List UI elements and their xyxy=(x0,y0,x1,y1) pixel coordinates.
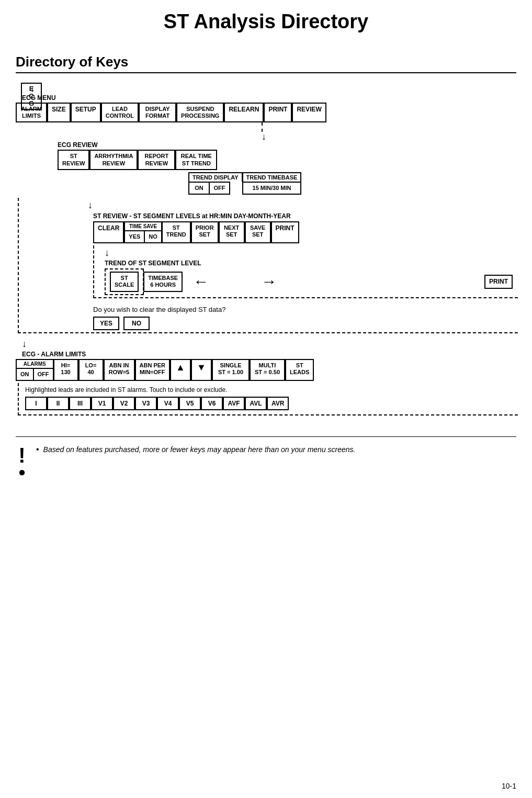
arrow-ecg-alarm: ↓ xyxy=(22,339,27,350)
highlighted-leads-text: Highlighted leads are included in ST ala… xyxy=(25,386,518,394)
key-up-arrow[interactable]: ▲ xyxy=(170,359,191,381)
key-relearn[interactable]: RELEARN xyxy=(224,103,264,122)
note-section: ! ● • Based on features purchased, more … xyxy=(16,436,516,478)
trend-timebase-label: TREND TIMEBASE xyxy=(242,172,302,182)
key-report-review[interactable]: REPORTREVIEW xyxy=(138,150,175,170)
key-review[interactable]: REVIEW xyxy=(292,103,326,122)
key-lead-AVF[interactable]: AVF xyxy=(223,397,245,410)
key-lead-V5[interactable]: V5 xyxy=(179,397,201,410)
key-lead-V4[interactable]: V4 xyxy=(157,397,179,410)
key-suspend-processing[interactable]: SUSPENDPROCESSING xyxy=(176,103,224,122)
key-setup[interactable]: SETUP xyxy=(71,103,101,122)
trend-timebase-value: 15 MIN/30 MIN xyxy=(242,182,302,195)
key-lead-V6[interactable]: V6 xyxy=(201,397,223,410)
directory-diagram: E C G ↓ ECG MENU ALARMLIMITS SIZE SETUP … xyxy=(16,83,518,415)
key-lead-V3[interactable]: V3 xyxy=(135,397,157,410)
key-clear-no[interactable]: NO xyxy=(123,317,150,330)
key-clear-yes[interactable]: YES xyxy=(93,317,119,330)
key-alarms-off[interactable]: OFF xyxy=(33,368,54,381)
key-clear[interactable]: CLEAR xyxy=(93,221,124,243)
key-lead-AVR[interactable]: AVR xyxy=(267,397,289,410)
arrow-ecg-review: ↓ xyxy=(262,132,266,141)
key-down-arrow[interactable]: ▼ xyxy=(191,359,212,381)
key-lead-I[interactable]: I xyxy=(25,397,47,410)
ecg-box: E C G xyxy=(21,83,42,110)
leads-row: I II III V1 V2 V3 V4 V5 V6 AVF AVL AVR xyxy=(25,397,518,410)
page-number: 10-1 xyxy=(502,782,516,790)
key-lead-III[interactable]: III xyxy=(69,397,91,410)
ecg-alarm-label: ECG - ALARM LIMITS xyxy=(22,351,86,358)
note-text: Based on features purchased, more or few… xyxy=(43,445,356,454)
clear-dialog-question: Do you wish to clear the displayed ST da… xyxy=(93,306,518,313)
trend-st-label: TREND OF ST SEGMENT LEVEL xyxy=(105,260,201,267)
key-time-save-yes[interactable]: YES xyxy=(124,230,144,243)
key-trend-on[interactable]: ON xyxy=(188,182,209,195)
key-size[interactable]: SIZE xyxy=(47,103,71,122)
key-print-ecg[interactable]: PRINT xyxy=(264,103,292,122)
ecg-review-label: ECG REVIEW xyxy=(58,141,98,149)
key-st-scale[interactable]: STSCALE xyxy=(110,272,139,291)
note-dot: ● xyxy=(18,466,26,478)
key-alarms-on[interactable]: ON xyxy=(16,368,33,381)
key-hi[interactable]: HI= 130 xyxy=(53,359,78,381)
key-abn-per-min[interactable]: ABN PER MIN=OFF xyxy=(135,359,171,381)
key-st-leads[interactable]: ST LEADS xyxy=(285,359,314,381)
key-lo[interactable]: LO= 40 xyxy=(78,359,104,381)
key-display-format[interactable]: DISPLAYFORMAT xyxy=(139,103,176,122)
page-title: ST Analysis Directory xyxy=(16,10,516,38)
key-multi-st[interactable]: MULTI ST = 0.50 xyxy=(250,359,285,381)
key-single-st[interactable]: SINGLE ST = 1.00 xyxy=(212,359,250,381)
key-print-st-review[interactable]: PRINT xyxy=(271,221,299,243)
section-title: Directory of Keys xyxy=(16,54,516,73)
key-st-trend[interactable]: STTREND xyxy=(162,221,191,243)
key-abn-in-row[interactable]: ABN IN ROW=5 xyxy=(104,359,135,381)
key-lead-V1[interactable]: V1 xyxy=(91,397,113,410)
key-lead-V2[interactable]: V2 xyxy=(113,397,135,410)
arrow-left-icon: ← xyxy=(193,273,209,290)
key-time-save-no[interactable]: NO xyxy=(144,230,162,243)
key-trend-off[interactable]: OFF xyxy=(209,182,230,195)
bullet-dot: • xyxy=(36,445,39,454)
key-save-set[interactable]: SAVESET xyxy=(245,221,271,243)
arrow-st-review: ↓ xyxy=(88,200,93,211)
key-st-review[interactable]: STREVIEW xyxy=(58,150,89,170)
key-print-trend[interactable]: PRINT xyxy=(484,275,513,288)
key-timebase-6hours[interactable]: TIMEBASE6 HOURS xyxy=(143,272,183,291)
key-arrhythmia-review[interactable]: ARRHYTHMIAREVIEW xyxy=(89,150,138,170)
st-review-label: ST REVIEW - ST SEGMENT LEVELS at HR:MIN … xyxy=(93,212,291,220)
note-icon: ! xyxy=(18,445,25,466)
trend-display-label: TREND DISPLAY xyxy=(188,172,243,182)
key-prior-set[interactable]: PRIORSET xyxy=(191,221,219,243)
key-real-time-st-trend[interactable]: REAL TIMEST TREND xyxy=(175,150,217,170)
key-lead-II[interactable]: II xyxy=(47,397,69,410)
key-lead-control[interactable]: LEADCONTROL xyxy=(101,103,139,122)
arrow-right-icon: → xyxy=(261,273,277,290)
key-lead-AVL[interactable]: AVL xyxy=(245,397,267,410)
key-next-set[interactable]: NEXTSET xyxy=(219,221,245,243)
arrow-trend-st: ↓ xyxy=(105,248,109,258)
